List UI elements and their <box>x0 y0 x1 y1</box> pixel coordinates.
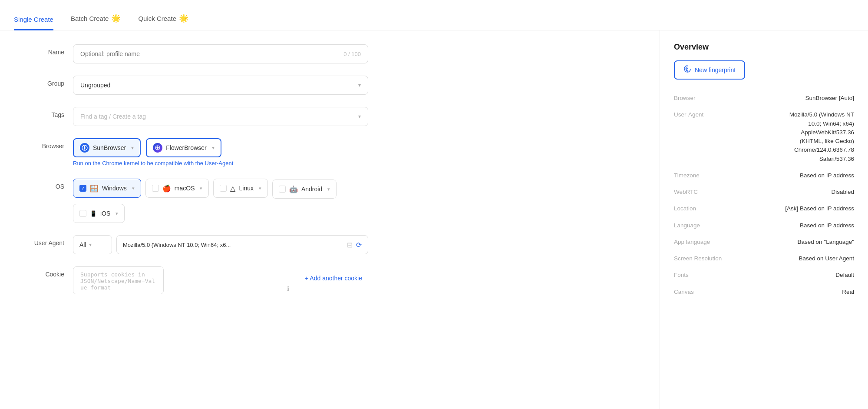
cookie-row: Cookie ℹ + Add another cookie <box>21 266 639 296</box>
os-android-chevron-icon: ▾ <box>327 186 330 192</box>
ua-row-inner: All ▾ Mozilla/5.0 (Windows NT 10.0; Win6… <box>73 235 368 254</box>
overview-field-key: Language <box>674 217 743 234</box>
os-ios-label: iOS <box>100 210 110 217</box>
group-chevron-icon: ▾ <box>358 82 361 88</box>
svg-point-3 <box>687 68 688 69</box>
ua-copy-icon[interactable]: ⊟ <box>347 241 353 249</box>
overview-title: Overview <box>674 43 854 52</box>
overview-field-key: Screen Resolution <box>674 250 743 267</box>
overview-row: Screen ResolutionBased on User Agent <box>674 250 854 267</box>
overview-field-value: Mozilla/5.0 (Windows NT 10.0; Win64; x64… <box>743 106 854 167</box>
ua-value-text: Mozilla/5.0 (Windows NT 10.0; Win64; x6.… <box>123 242 231 248</box>
os-windows-chevron-icon: ▾ <box>132 186 135 191</box>
tags-control: Find a tag / Create a tag ▾ <box>73 107 368 126</box>
cookie-wrapper: ℹ <box>73 266 294 296</box>
overview-field-value: Based on User Agent <box>743 250 854 267</box>
overview-row: WebRTCDisabled <box>674 184 854 200</box>
os-windows-checkbox: ✓ <box>79 185 86 192</box>
name-label: Name <box>21 44 64 56</box>
name-input[interactable] <box>80 50 343 57</box>
overview-field-key: WebRTC <box>674 184 743 200</box>
overview-field-key: Location <box>674 200 743 217</box>
overview-field-key: Canvas <box>674 284 743 300</box>
browser-note: Run on the Chrome kernel to be compatibl… <box>73 160 368 166</box>
os-macos-btn[interactable]: 🍎 macOS ▾ <box>145 179 209 198</box>
overview-row: CanvasReal <box>674 284 854 300</box>
browser-control: SunBrowser ▾ <box>73 138 368 166</box>
overview-field-key: App language <box>674 234 743 250</box>
linux-icon: △ <box>230 184 235 193</box>
ua-control: All ▾ Mozilla/5.0 (Windows NT 10.0; Win6… <box>73 235 368 254</box>
group-value: Ungrouped <box>80 82 110 89</box>
tab-single-create-label: Single Create <box>14 16 53 23</box>
ios-icon: 📱 <box>90 210 97 217</box>
add-cookie-button[interactable]: + Add another cookie <box>299 266 368 286</box>
os-macos-chevron-icon: ▾ <box>200 186 202 191</box>
os-windows-btn[interactable]: ✓ 🪟 Windows ▾ <box>73 179 141 198</box>
macos-icon: 🍎 <box>162 184 171 193</box>
overview-field-value: Disabled <box>743 184 854 200</box>
name-control: 0 / 100 <box>73 44 368 63</box>
overview-field-key: Fonts <box>674 267 743 283</box>
overview-row: Location[Ask] Based on IP address <box>674 200 854 217</box>
tab-batch-create[interactable]: Batch Create 🌟 <box>71 13 121 30</box>
batch-icon: 🌟 <box>111 13 121 23</box>
quick-icon: 🌟 <box>179 13 188 23</box>
new-fingerprint-button[interactable]: New fingerprint <box>674 60 745 80</box>
sun-browser-label: SunBrowser <box>93 144 126 151</box>
browser-options: SunBrowser ▾ <box>73 138 368 157</box>
overview-field-value: [Ask] Based on IP address <box>743 200 854 217</box>
fingerprint-icon <box>683 65 691 75</box>
overview-field-key: Browser <box>674 90 743 106</box>
cookie-info-icon: ℹ <box>287 285 289 292</box>
ua-value-field[interactable]: Mozilla/5.0 (Windows NT 10.0; Win64; x6.… <box>116 235 368 254</box>
overview-field-value: Based on IP address <box>743 167 854 184</box>
tab-batch-create-label: Batch Create <box>71 15 109 22</box>
ua-row: User Agent All ▾ Mozilla/5.0 (Windows NT… <box>21 235 639 254</box>
overview-row: App languageBased on "Language" <box>674 234 854 250</box>
ua-refresh-icon[interactable]: ⟳ <box>356 241 362 249</box>
name-row: Name 0 / 100 <box>21 44 639 63</box>
overview-field-value: Default <box>743 267 854 283</box>
ua-actions: ⊟ ⟳ <box>347 241 362 249</box>
overview-row: FontsDefault <box>674 267 854 283</box>
tags-label: Tags <box>21 107 64 118</box>
overview-field-key: Timezone <box>674 167 743 184</box>
overview-row: LanguageBased on IP address <box>674 217 854 234</box>
name-count: 0 / 100 <box>343 51 361 57</box>
tags-placeholder: Find a tag / Create a tag <box>80 113 146 120</box>
tab-quick-create[interactable]: Quick Create 🌟 <box>138 13 188 30</box>
os-ios-checkbox <box>79 210 86 217</box>
sun-browser-btn[interactable]: SunBrowser ▾ <box>73 138 141 157</box>
group-label: Group <box>21 76 64 87</box>
overview-field-value: Real <box>743 284 854 300</box>
os-macos-checkbox <box>152 185 159 192</box>
os-android-btn[interactable]: 🤖 Android ▾ <box>272 180 337 199</box>
os-ios-chevron-icon: ▾ <box>116 211 118 216</box>
tags-chevron-icon: ▾ <box>358 113 361 120</box>
os-macos-label: macOS <box>175 185 195 192</box>
flower-browser-chevron-icon: ▾ <box>212 145 215 151</box>
flower-browser-icon <box>153 143 162 153</box>
overview-side: Overview New fingerprint BrowserSunBrows… <box>660 30 868 409</box>
group-row: Group Ungrouped ▾ <box>21 76 639 95</box>
flower-browser-btn[interactable]: FlowerBrowser ▾ <box>146 138 221 157</box>
overview-table: BrowserSunBrowser [Auto]User-AgentMozill… <box>674 90 854 300</box>
os-linux-label: Linux <box>239 185 253 192</box>
tags-select[interactable]: Find a tag / Create a tag ▾ <box>73 107 368 126</box>
os-control: ✓ 🪟 Windows ▾ 🍎 macOS ▾ <box>73 179 368 223</box>
ua-filter-chevron-icon: ▾ <box>89 242 92 248</box>
ua-filter-select[interactable]: All ▾ <box>73 235 112 254</box>
cookie-area: ℹ + Add another cookie <box>73 266 368 296</box>
os-linux-btn[interactable]: △ Linux ▾ <box>213 179 267 198</box>
tab-single-create[interactable]: Single Create <box>14 16 53 30</box>
cookie-textarea[interactable] <box>73 266 164 294</box>
form-side: Name 0 / 100 Group Ungrouped ▾ Tags <box>0 30 660 409</box>
os-ios-btn[interactable]: 📱 iOS ▾ <box>73 204 125 223</box>
os-linux-chevron-icon: ▾ <box>259 186 261 191</box>
sun-browser-chevron-icon: ▾ <box>131 145 134 151</box>
overview-field-value: SunBrowser [Auto] <box>743 90 854 106</box>
tabs-bar: Single Create Batch Create 🌟 Quick Creat… <box>0 0 868 30</box>
tags-row: Tags Find a tag / Create a tag ▾ <box>21 107 639 126</box>
group-select[interactable]: Ungrouped ▾ <box>73 76 368 95</box>
